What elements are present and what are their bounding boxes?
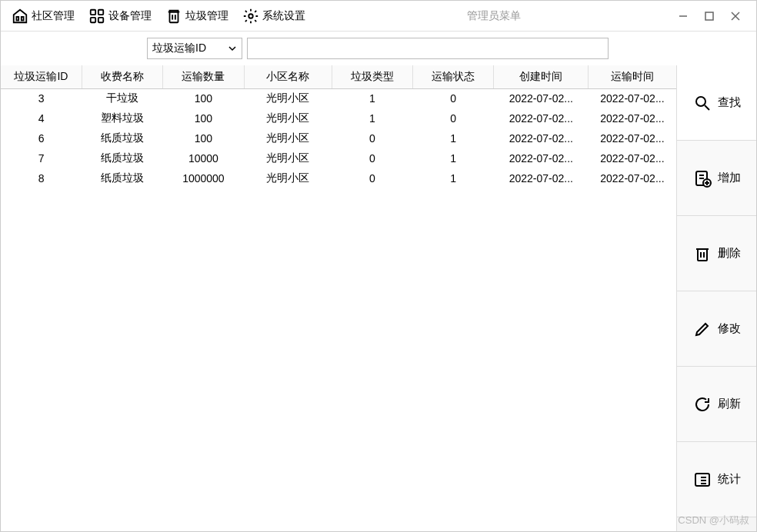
table-cell: 塑料垃圾	[82, 108, 162, 128]
window-controls	[678, 11, 750, 22]
minimize-button[interactable]	[678, 11, 689, 22]
col-header[interactable]: 小区名称	[244, 65, 332, 88]
table-cell: 2022-07-02...	[494, 128, 589, 148]
maximize-button[interactable]	[704, 11, 715, 22]
table-cell: 100	[163, 128, 244, 148]
svg-rect-4	[91, 17, 95, 22]
add-button[interactable]: 增加	[677, 141, 756, 216]
search-toolbar: 垃圾运输ID	[1, 32, 756, 65]
table-cell: 2022-07-02...	[589, 88, 676, 108]
button-label: 删除	[718, 246, 741, 261]
table-cell: 干垃圾	[82, 88, 162, 108]
svg-rect-1	[22, 16, 24, 20]
button-label: 查找	[718, 95, 741, 110]
col-header[interactable]: 运输时间	[589, 65, 676, 88]
table-cell: 光明小区	[244, 148, 332, 168]
table-cell: 0	[413, 88, 494, 108]
table-cell: 1	[413, 168, 494, 188]
home-icon	[12, 8, 28, 25]
table-cell: 纸质垃圾	[82, 128, 162, 148]
table-cell: 10000	[163, 148, 244, 168]
col-header[interactable]: 创建时间	[494, 65, 589, 88]
col-header[interactable]: 运输状态	[413, 65, 494, 88]
table-cell: 0	[332, 148, 412, 168]
menu-label: 社区管理	[32, 9, 75, 23]
svg-rect-22	[698, 249, 707, 261]
list-icon	[693, 470, 712, 489]
trash-icon	[165, 8, 182, 25]
edit-button[interactable]: 修改	[677, 291, 756, 367]
close-button[interactable]	[730, 11, 741, 22]
col-header[interactable]: 垃圾运输ID	[1, 65, 82, 88]
table-cell: 2022-07-02...	[589, 108, 676, 128]
search-input[interactable]	[247, 38, 609, 59]
table-cell: 2022-07-02...	[589, 148, 676, 168]
search-button[interactable]: 查找	[677, 65, 756, 141]
refresh-icon	[693, 395, 712, 414]
table-header-row: 垃圾运输ID 收费名称 运输数量 小区名称 垃圾类型 运输状态 创建时间 运输时…	[1, 65, 676, 88]
svg-point-14	[696, 97, 705, 106]
filter-field-select[interactable]: 垃圾运输ID	[147, 38, 242, 59]
table-row[interactable]: 3干垃圾100光明小区102022-07-02...2022-07-02...	[1, 88, 676, 108]
menu-device[interactable]: 设备管理	[84, 5, 156, 28]
table-cell: 纸质垃圾	[82, 168, 162, 188]
table-cell: 8	[1, 168, 82, 188]
delete-button[interactable]: 删除	[677, 216, 756, 291]
grid-icon	[88, 8, 105, 25]
table-cell: 纸质垃圾	[82, 148, 162, 168]
trash-icon	[693, 244, 712, 263]
table-row[interactable]: 7纸质垃圾10000光明小区012022-07-02...2022-07-02.…	[1, 148, 676, 168]
table-cell: 0	[332, 168, 412, 188]
svg-rect-3	[98, 9, 103, 14]
table-cell: 光明小区	[244, 128, 332, 148]
action-sidebar: 查找 增加 删除 修改 刷新 统计	[677, 65, 756, 531]
table-cell: 2022-07-02...	[589, 128, 676, 148]
table-cell: 2022-07-02...	[494, 148, 589, 168]
button-label: 增加	[718, 171, 741, 185]
stats-button[interactable]: 统计	[677, 442, 756, 517]
svg-rect-6	[170, 12, 178, 22]
table-cell: 7	[1, 148, 82, 168]
table-cell: 0	[332, 128, 412, 148]
col-header[interactable]: 收费名称	[82, 65, 162, 88]
table-cell: 光明小区	[244, 88, 332, 108]
table-cell: 100	[163, 108, 244, 128]
svg-rect-11	[705, 12, 713, 20]
pencil-icon	[693, 320, 712, 338]
window-title: 管理员菜单	[310, 9, 678, 23]
data-table: 垃圾运输ID 收费名称 运输数量 小区名称 垃圾类型 运输状态 创建时间 运输时…	[1, 65, 676, 188]
menu-community[interactable]: 社区管理	[7, 5, 79, 28]
table-cell: 2022-07-02...	[589, 168, 676, 188]
table-container[interactable]: 垃圾运输ID 收费名称 运输数量 小区名称 垃圾类型 运输状态 创建时间 运输时…	[1, 65, 677, 531]
table-row[interactable]: 6纸质垃圾100光明小区012022-07-02...2022-07-02...	[1, 128, 676, 148]
table-cell: 1	[332, 88, 412, 108]
button-label: 修改	[718, 321, 741, 336]
table-row[interactable]: 4塑料垃圾100光明小区102022-07-02...2022-07-02...	[1, 108, 676, 128]
button-label: 刷新	[718, 397, 741, 411]
menu-system[interactable]: 系统设置	[238, 5, 310, 28]
main-menu: 社区管理 设备管理 垃圾管理 系统设置	[7, 5, 310, 28]
table-cell: 光明小区	[244, 108, 332, 128]
menu-label: 设备管理	[108, 9, 152, 23]
search-icon	[693, 94, 712, 112]
col-header[interactable]: 垃圾类型	[332, 65, 412, 88]
svg-line-15	[705, 105, 709, 110]
chevron-down-icon	[228, 44, 237, 53]
filter-field-value: 垃圾运输ID	[152, 42, 206, 55]
table-cell: 6	[1, 128, 82, 148]
svg-rect-5	[98, 17, 103, 22]
main-area: 垃圾运输ID 收费名称 运输数量 小区名称 垃圾类型 运输状态 创建时间 运输时…	[1, 65, 756, 531]
button-label: 统计	[718, 472, 741, 487]
menu-label: 垃圾管理	[185, 9, 228, 23]
refresh-button[interactable]: 刷新	[677, 367, 756, 442]
table-row[interactable]: 8纸质垃圾1000000光明小区012022-07-02...2022-07-0…	[1, 168, 676, 188]
menu-trash[interactable]: 垃圾管理	[161, 5, 233, 28]
table-cell: 1	[413, 128, 494, 148]
titlebar: 社区管理 设备管理 垃圾管理 系统设置 管理员菜单	[1, 1, 756, 32]
table-cell: 3	[1, 88, 82, 108]
svg-rect-2	[91, 9, 95, 14]
col-header[interactable]: 运输数量	[163, 65, 244, 88]
table-cell: 1	[413, 148, 494, 168]
table-cell: 1000000	[163, 168, 244, 188]
app-window: 社区管理 设备管理 垃圾管理 系统设置 管理员菜单 垃圾运输ID	[0, 0, 757, 532]
